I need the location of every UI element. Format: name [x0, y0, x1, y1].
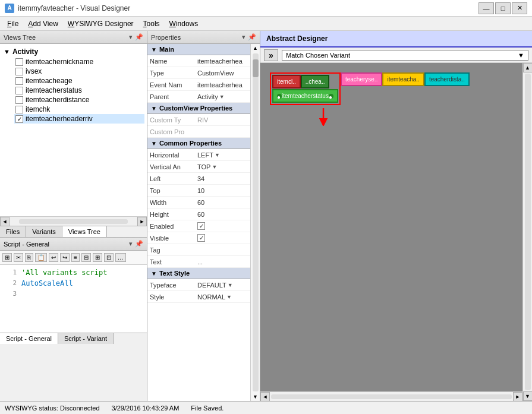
checkbox-ivsex[interactable] — [15, 68, 23, 75]
menu-wysiwyg[interactable]: WYSIWYG Designer — [63, 18, 138, 29]
prop-enabled[interactable]: Enabled ✓ — [147, 220, 250, 232]
list-item[interactable]: itemteacheage — [14, 76, 144, 86]
widget-teacherdista[interactable]: teacherdista.. — [424, 72, 470, 86]
section-customview[interactable]: ▼ CustomView Properties — [147, 103, 250, 114]
checkbox-itemteacherdistance[interactable] — [15, 96, 23, 104]
widget-itemcl[interactable]: itemcl.. — [272, 75, 301, 89]
menu-windows[interactable]: Windows — [165, 18, 203, 29]
prop-parent[interactable]: Parent Activity ▼ — [147, 91, 250, 103]
script-btn-redo[interactable]: ↪ — [60, 253, 70, 262]
tab-files[interactable]: Files — [0, 226, 26, 237]
tab-script-variant[interactable]: Script - Variant — [58, 333, 114, 344]
tree-root-activity[interactable]: ▼ Activity — [2, 46, 144, 57]
prop-style-dropdown[interactable]: NORMAL ▼ — [197, 293, 232, 301]
checkbox-itemteacheage[interactable] — [15, 77, 23, 85]
prop-width[interactable]: Width 60 — [147, 197, 250, 208]
script-header-title: Script - General — [4, 241, 49, 248]
properties-pin-icon[interactable]: 📌 — [248, 33, 256, 41]
hscroll-left-arrow[interactable]: ◄ — [260, 392, 270, 402]
list-item[interactable]: itemchk — [14, 105, 144, 114]
tab-views-tree[interactable]: Views Tree — [62, 226, 107, 237]
prop-vertical[interactable]: Vertical An TOP ▼ — [147, 161, 250, 173]
script-menu-icon[interactable]: ▾ — [129, 240, 133, 248]
script-btn-dots[interactable]: … — [115, 253, 126, 262]
script-btn-cut[interactable]: ✂ — [14, 253, 23, 262]
script-btn-5[interactable]: ≡ — [71, 253, 80, 262]
tab-script-general[interactable]: Script - General — [0, 333, 58, 344]
prop-left[interactable]: Left 34 — [147, 173, 250, 185]
prop-height[interactable]: Height 60 — [147, 208, 250, 220]
script-content: 1 'All variants script 2 AutoScaleAll 3 — [0, 265, 147, 302]
list-item[interactable]: itemteachernickname — [14, 57, 144, 67]
prop-parent-dropdown[interactable]: Activity ▼ — [197, 93, 225, 100]
designer-hscrollbar[interactable]: ◄ ► — [260, 391, 522, 401]
prop-tag[interactable]: Tag — [147, 244, 250, 256]
prop-visible[interactable]: Visible ✓ — [147, 232, 250, 244]
properties-scrollbar[interactable]: ▲ ▼ — [250, 44, 260, 401]
views-tree-pin-icon[interactable]: 📌 — [135, 33, 143, 41]
prop-type[interactable]: Type CustomView — [147, 67, 250, 79]
menu-tools[interactable]: Tools — [138, 18, 165, 29]
vscroll-down-arrow[interactable]: ▼ — [523, 391, 533, 401]
script-btn-paste[interactable]: 📋 — [35, 253, 47, 262]
tree-hscrollbar[interactable]: ◄ ► — [0, 216, 147, 226]
section-common[interactable]: ▼ Common Properties — [147, 138, 250, 149]
prop-vertical-dropdown[interactable]: TOP ▼ — [197, 163, 217, 170]
prop-top[interactable]: Top 10 — [147, 185, 250, 197]
script-btn-undo[interactable]: ↩ — [49, 253, 58, 262]
hscroll-right-arrow[interactable]: ► — [513, 392, 522, 402]
script-btn-7[interactable]: ⊞ — [93, 253, 102, 262]
section-text-style[interactable]: ▼ Text Style — [147, 268, 250, 279]
tab-variants[interactable]: Variants — [26, 226, 62, 237]
properties-menu-icon[interactable]: ▾ — [242, 33, 245, 41]
prop-text[interactable]: Text ... — [147, 256, 250, 268]
prop-horizontal[interactable]: Horizontal LEFT ▼ — [147, 149, 250, 161]
prop-style[interactable]: Style NORMAL ▼ — [147, 291, 250, 303]
script-tab-row: Script - General Script - Variant — [0, 333, 147, 344]
properties-scroll-area: ▼ Main Name itemteacherhea Type CustomVi… — [147, 44, 260, 401]
prop-scroll-up[interactable]: ▲ — [253, 44, 258, 52]
widget-inner-row: itemcl.. ..chea.. — [272, 75, 338, 89]
prop-horizontal-dropdown[interactable]: LEFT ▼ — [197, 151, 220, 159]
list-item[interactable]: itemteacherstatus — [14, 86, 144, 95]
prop-scroll-down[interactable]: ▼ — [253, 393, 258, 401]
script-btn-6[interactable]: ⊟ — [81, 253, 91, 262]
widget-itemteacha[interactable]: itemteacha.. — [382, 72, 424, 86]
close-button[interactable]: ✕ — [512, 2, 527, 14]
prop-name[interactable]: Name itemteacherhea — [147, 55, 250, 67]
list-item[interactable]: ivsex — [14, 67, 144, 76]
widget-status[interactable]: ● itemteacherstatus ● — [272, 89, 338, 103]
maximize-button[interactable]: □ — [495, 2, 511, 14]
fast-forward-button[interactable]: » — [264, 49, 278, 61]
views-tree-menu-icon[interactable]: ▾ — [129, 33, 133, 41]
scroll-left-arrow[interactable]: ◄ — [0, 217, 10, 226]
widget-teacheryse[interactable]: teacheryse.. — [341, 72, 382, 86]
prop-typeface-dropdown[interactable]: DEFAULT ▼ — [197, 282, 233, 289]
script-btn-1[interactable]: ⊞ — [2, 253, 12, 262]
checkbox-itemteachernickname[interactable] — [15, 58, 23, 66]
checkbox-itemchk[interactable] — [15, 106, 23, 113]
prop-typeface[interactable]: Typeface DEFAULT ▼ — [147, 279, 250, 291]
widget-chea[interactable]: ..chea.. — [301, 75, 330, 89]
minimize-button[interactable]: — — [479, 2, 494, 14]
menu-add-view[interactable]: Add View — [23, 18, 63, 29]
scroll-right-arrow[interactable]: ► — [137, 217, 147, 226]
list-item[interactable]: itemteacherdistance — [14, 95, 144, 105]
prop-enabled-checkbox[interactable]: ✓ — [197, 222, 205, 230]
checkbox-itemteacherstatus[interactable] — [15, 87, 23, 94]
script-btn-copy[interactable]: ⎘ — [25, 253, 33, 262]
script-btn-8[interactable]: ⊡ — [104, 253, 114, 262]
prop-event-name[interactable]: Event Nam itemteacherhea — [147, 79, 250, 91]
menu-file[interactable]: File — [2, 18, 23, 29]
script-pin-icon[interactable]: 📌 — [135, 240, 143, 248]
tree-root-label: Activity — [12, 48, 38, 56]
checkbox-itemteacherheaderriv[interactable]: ✓ — [15, 115, 23, 123]
prop-visible-checkbox[interactable]: ✓ — [197, 234, 205, 242]
prop-custom-props[interactable]: Custom Pro — [147, 126, 250, 138]
vscroll-up-arrow[interactable]: ▲ — [523, 63, 533, 72]
list-item[interactable]: ✓ itemteacherheaderriv — [14, 114, 144, 124]
prop-custom-type[interactable]: Custom Ty RIV — [147, 114, 250, 126]
designer-vscrollbar[interactable]: ▲ ▼ — [522, 63, 532, 401]
section-main[interactable]: ▼ Main — [147, 44, 250, 55]
match-variant-select[interactable]: Match Chosen Variant ▼ — [282, 50, 528, 61]
